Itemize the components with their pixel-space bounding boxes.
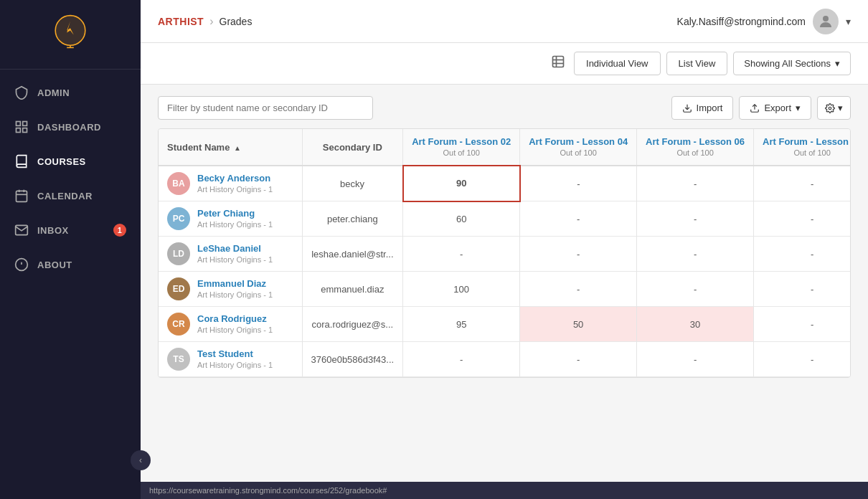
student-name-link[interactable]: LeShae Daniel: [197, 243, 273, 254]
grade-cell[interactable]: -: [754, 237, 851, 272]
grade-cell[interactable]: -: [637, 272, 754, 307]
sidebar-item-calendar[interactable]: CALENDAR: [0, 179, 141, 213]
svg-rect-7: [23, 128, 27, 133]
settings-button[interactable]: ▾: [817, 96, 851, 120]
table-row: BA Becky Anderson Art History Origins - …: [159, 166, 851, 201]
sidebar-item-about[interactable]: ABOUT: [0, 247, 141, 282]
grade-cell[interactable]: -: [520, 166, 637, 201]
sidebar-item-courses[interactable]: COURSES: [0, 144, 141, 179]
settings-icon: [825, 103, 835, 113]
student-cell: ED Emmanuel Diaz Art History Origins - 1: [159, 272, 302, 307]
sidebar-collapse-button[interactable]: ‹: [131, 450, 151, 470]
col-lesson-06[interactable]: Art Forum - Lesson 06 Out of 100: [637, 129, 754, 166]
grade-cell[interactable]: -: [637, 237, 754, 272]
book-icon: [14, 154, 29, 168]
avatar: PC: [167, 207, 190, 230]
main-content: ARTHIST › Grades Kaly.Nasiff@strongmind.…: [141, 0, 868, 499]
grade-cell[interactable]: 30: [637, 307, 754, 342]
grade-cell[interactable]: -: [520, 272, 637, 307]
showing-all-sections-button[interactable]: Showing All Sections ▾: [733, 52, 851, 75]
student-sub: Art History Origins - 1: [197, 220, 273, 229]
grade-cell[interactable]: 50: [520, 307, 637, 342]
grade-cell[interactable]: 100: [403, 272, 520, 307]
grade-cell[interactable]: -: [520, 342, 637, 377]
student-name-link[interactable]: Emmanuel Diaz: [197, 278, 273, 289]
student-name-link[interactable]: Test Student: [197, 348, 273, 359]
svg-rect-6: [16, 128, 21, 133]
grid-icon: [14, 120, 29, 134]
export-button[interactable]: Export ▾: [739, 96, 811, 120]
sidebar-item-inbox-label: INBOX: [37, 225, 69, 236]
svg-rect-5: [23, 122, 27, 126]
topbar-right: Kaly.Nasiff@strongmind.com ▾: [677, 9, 851, 34]
grade-cell[interactable]: -: [520, 201, 637, 237]
student-sub: Art History Origins - 1: [197, 325, 273, 334]
grade-cell[interactable]: 90: [403, 166, 520, 201]
grade-cell[interactable]: -: [637, 342, 754, 377]
mail-icon: [14, 223, 29, 237]
export-label: Export: [764, 103, 791, 113]
sidebar-item-dashboard-label: DASHBOARD: [37, 122, 101, 133]
import-label: Import: [697, 103, 723, 113]
breadcrumb-link[interactable]: ARTHIST: [158, 16, 204, 27]
user-email: Kaly.Nasiff@strongmind.com: [677, 16, 806, 27]
grade-cell[interactable]: -: [754, 307, 851, 342]
student-name-link[interactable]: Cora Rodriguez: [197, 313, 273, 324]
list-view-button[interactable]: List View: [666, 52, 728, 75]
col-secondary-id[interactable]: Secondary ID: [302, 129, 403, 166]
col-student-name[interactable]: Student Name ▲: [159, 129, 302, 166]
sidebar-item-about-label: ABOUT: [37, 260, 72, 270]
grade-cell[interactable]: -: [403, 237, 520, 272]
student-cell: CR Cora Rodriguez Art History Origins - …: [159, 307, 302, 342]
student-name-link[interactable]: Becky Anderson: [197, 173, 273, 184]
svg-point-22: [829, 107, 831, 110]
student-cell: BA Becky Anderson Art History Origins - …: [159, 166, 302, 201]
grade-table-wrapper: Student Name ▲ Secondary ID Art Forum - …: [158, 128, 851, 378]
breadcrumb-separator: ›: [209, 15, 213, 28]
grade-cell[interactable]: -: [637, 166, 754, 201]
svg-rect-8: [16, 191, 27, 201]
logo-area: [0, 0, 141, 70]
student-filter-input[interactable]: [158, 96, 373, 120]
grade-cell[interactable]: -: [754, 342, 851, 377]
grade-table-body: BA Becky Anderson Art History Origins - …: [159, 166, 851, 377]
col-lesson-04[interactable]: Art Forum - Lesson 04 Out of 100: [520, 129, 637, 166]
table-row: ED Emmanuel Diaz Art History Origins - 1…: [159, 272, 851, 307]
avatar-icon: [817, 13, 834, 30]
sidebar: ADMIN DASHBOARD COURSES CALENDAR INBOX 1…: [0, 0, 141, 499]
col-lesson-08[interactable]: Art Forum - Lesson 08 Out of 100: [754, 129, 851, 166]
status-url: https://coursewaretraining.strongmind.co…: [149, 486, 387, 495]
sidebar-item-admin-label: ADMIN: [37, 87, 70, 98]
gradebook-icon[interactable]: [551, 54, 565, 72]
grade-cell[interactable]: -: [403, 342, 520, 377]
sidebar-item-admin[interactable]: ADMIN: [0, 75, 141, 110]
grade-cell[interactable]: -: [754, 272, 851, 307]
grade-cell[interactable]: -: [754, 166, 851, 201]
sidebar-item-inbox[interactable]: INBOX 1: [0, 213, 141, 247]
col-lesson-02[interactable]: Art Forum - Lesson 02 Out of 100: [403, 129, 520, 166]
sections-chevron-icon: ▾: [835, 58, 840, 69]
secondary-id-cell: 3760e0b586d3f43...: [302, 342, 403, 377]
grade-cell[interactable]: 95: [403, 307, 520, 342]
student-name-link[interactable]: Peter Chiang: [197, 208, 273, 219]
svg-rect-4: [16, 122, 21, 126]
secondary-id-cell: leshae.daniel@str...: [302, 237, 403, 272]
avatar: CR: [167, 313, 190, 336]
settings-chevron: ▾: [838, 103, 843, 113]
grade-cell[interactable]: 60: [403, 201, 520, 237]
import-button[interactable]: Import: [671, 96, 734, 120]
user-menu-chevron[interactable]: ▾: [846, 16, 851, 27]
sidebar-item-dashboard[interactable]: DASHBOARD: [0, 110, 141, 144]
showing-all-sections-label: Showing All Sections: [744, 58, 831, 69]
grade-cell[interactable]: -: [754, 201, 851, 237]
individual-view-button[interactable]: Individual View: [574, 52, 660, 75]
grade-cell[interactable]: -: [520, 237, 637, 272]
nav-items: ADMIN DASHBOARD COURSES CALENDAR INBOX 1…: [0, 70, 141, 282]
grade-cell[interactable]: -: [637, 201, 754, 237]
svg-rect-16: [553, 57, 564, 67]
student-cell: TS Test Student Art History Origins - 1: [159, 342, 302, 377]
table-header-row: Student Name ▲ Secondary ID Art Forum - …: [159, 129, 851, 166]
user-avatar[interactable]: [813, 9, 839, 34]
table-row: LD LeShae Daniel Art History Origins - 1…: [159, 237, 851, 272]
student-cell: PC Peter Chiang Art History Origins - 1: [159, 201, 302, 237]
